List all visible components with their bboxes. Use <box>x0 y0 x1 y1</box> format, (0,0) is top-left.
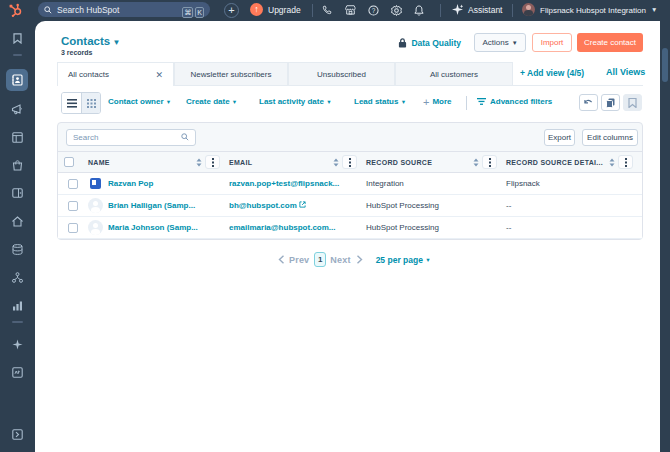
svg-text:?: ? <box>372 6 376 13</box>
